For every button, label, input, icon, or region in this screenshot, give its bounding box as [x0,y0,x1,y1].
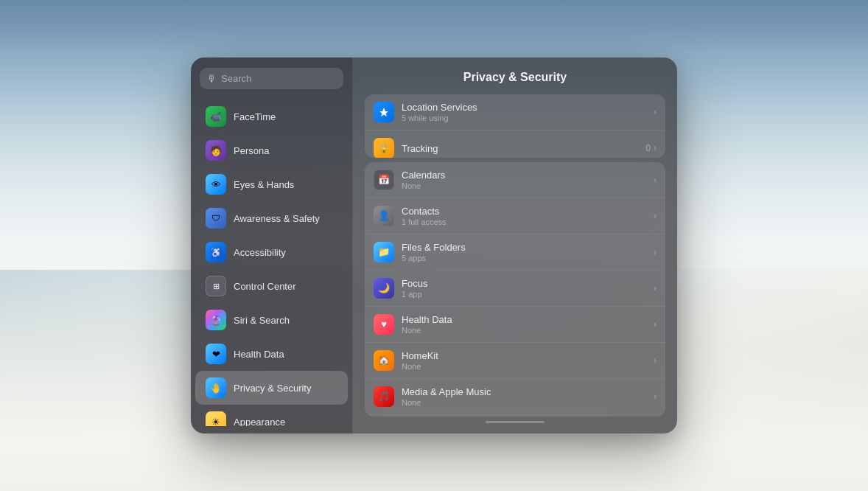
settings-group-apps: 📅 Calendars None › 👤 Contacts [365,162,665,417]
search-bar[interactable]: 🎙 [200,68,343,89]
media-apple-music-title: Media & Apple Music [402,386,654,397]
control-center-icon: ⊞ [206,276,226,296]
location-services-icon [374,102,394,122]
location-services-chevron: › [654,107,657,117]
calendars-row[interactable]: 📅 Calendars None › [365,162,665,198]
health-data-row-title: Health Data [402,314,654,325]
health-data-icon: ❤ [206,344,226,364]
appearance-icon: ☀ [206,411,226,426]
tracking-chevron: › [654,143,657,153]
focus-text: Focus 1 app [402,278,654,299]
awareness-safety-label: Awareness & Safety [234,213,320,224]
eyes-hands-label: Eyes & Hands [234,179,294,190]
accessibility-label: Accessibility [234,247,286,258]
control-center-label: Control Center [234,281,296,292]
homekit-icon: 🏠 [374,350,394,371]
files-folders-text: Files & Folders 5 apps [402,242,654,262]
files-folders-title: Files & Folders [402,242,654,253]
facetime-icon: 📹 [206,106,226,127]
files-folders-subtitle: 5 apps [402,254,654,262]
contacts-title: Contacts [402,206,654,217]
facetime-label: FaceTime [234,111,276,122]
calendars-chevron: › [654,175,657,185]
calendars-title: Calendars [402,170,654,181]
media-apple-music-text: Media & Apple Music None [402,386,654,407]
focus-chevron: › [654,283,657,293]
sidebar-items: 📹 FaceTime 🧑 Persona 👁 Eyes & Hands 🛡 [191,100,352,426]
files-folders-chevron: › [654,247,657,257]
sidebar-item-facetime[interactable]: 📹 FaceTime [195,100,348,133]
media-apple-music-subtitle: None [402,398,654,407]
health-data-row[interactable]: ♥ Health Data None › [365,307,665,343]
location-services-right: › [654,107,657,117]
homekit-chevron: › [654,355,657,366]
media-apple-music-row[interactable]: 🎵 Media & Apple Music None › [365,379,665,415]
health-data-chevron: › [654,319,657,330]
location-services-title: Location Services [402,102,654,113]
focus-title: Focus [402,278,654,289]
health-data-row-icon: ♥ [374,314,394,335]
sidebar-item-accessibility[interactable]: ♿ Accessibility [195,235,348,269]
settings-window: 🎙 📹 FaceTime 🧑 Persona 👁 Eyes & H [191,58,677,433]
settings-group-top: Location Services 5 while using › 🔒 Trac… [365,94,665,158]
homekit-right: › [654,355,657,366]
health-data-label: Health Data [234,349,284,360]
tracking-right: 0 › [645,143,657,153]
files-folders-row[interactable]: 📁 Files & Folders 5 apps › [365,234,665,271]
health-data-row-subtitle: None [402,326,654,335]
siri-search-icon: 🔮 [206,310,226,330]
siri-search-label: Siri & Search [234,315,290,326]
location-services-subtitle: 5 while using [402,114,654,122]
appearance-label: Appearance [234,417,285,427]
contacts-text: Contacts 1 full access [402,206,654,226]
sidebar-item-awareness-safety[interactable]: 🛡 Awareness & Safety [195,201,348,235]
homekit-title: HomeKit [402,350,654,361]
page-title: Privacy & Security [365,71,665,84]
search-input[interactable] [221,73,336,84]
sidebar-item-health-data[interactable]: ❤ Health Data [195,337,348,371]
location-services-text: Location Services 5 while using [402,102,654,122]
calendars-right: › [654,175,657,185]
accessibility-icon: ♿ [206,242,226,262]
contacts-row[interactable]: 👤 Contacts 1 full access › [365,198,665,234]
contacts-right: › [654,211,657,221]
media-apple-music-right: › [654,391,657,402]
persona-icon: 🧑 [206,140,226,161]
tracking-value: 0 [645,143,651,153]
eyes-hands-icon: 👁 [206,174,226,195]
tracking-row[interactable]: 🔒 Tracking 0 › [365,130,665,158]
contacts-chevron: › [654,211,657,221]
awareness-safety-icon: 🛡 [206,208,226,229]
privacy-security-icon: 🤚 [206,377,226,398]
scroll-bar [486,421,545,423]
main-content: Privacy & Security Location Services 5 w… [353,58,677,433]
media-apple-music-chevron: › [654,391,657,402]
persona-label: Persona [234,145,269,156]
focus-right: › [654,283,657,293]
health-data-row-right: › [654,319,657,330]
sidebar-item-privacy-security[interactable]: 🤚 Privacy & Security [195,371,348,405]
homekit-text: HomeKit None [402,350,654,371]
calendars-subtitle: None [402,181,654,190]
tracking-icon: 🔒 [374,138,394,158]
sidebar: 🎙 📹 FaceTime 🧑 Persona 👁 Eyes & H [191,58,353,433]
health-data-row-text: Health Data None [402,314,654,335]
photos-row[interactable]: 🌸 Photos None › [365,415,665,417]
focus-row[interactable]: 🌙 Focus 1 app › [365,271,665,307]
sidebar-item-persona[interactable]: 🧑 Persona [195,133,348,167]
homekit-row[interactable]: 🏠 HomeKit None › [365,343,665,379]
files-folders-icon: 📁 [374,242,394,262]
sidebar-item-siri-search[interactable]: 🔮 Siri & Search [195,303,348,337]
location-services-row[interactable]: Location Services 5 while using › [365,94,665,130]
sidebar-item-eyes-hands[interactable]: 👁 Eyes & Hands [195,167,348,201]
tracking-text: Tracking [402,143,645,154]
tracking-title: Tracking [402,143,645,154]
media-apple-music-icon: 🎵 [374,386,394,407]
sidebar-item-control-center[interactable]: ⊞ Control Center [195,269,348,303]
focus-subtitle: 1 app [402,290,654,299]
calendars-text: Calendars None [402,170,654,190]
files-folders-right: › [654,247,657,257]
scroll-indicator [365,417,665,423]
homekit-subtitle: None [402,362,654,371]
sidebar-item-appearance[interactable]: ☀ Appearance [195,405,348,426]
